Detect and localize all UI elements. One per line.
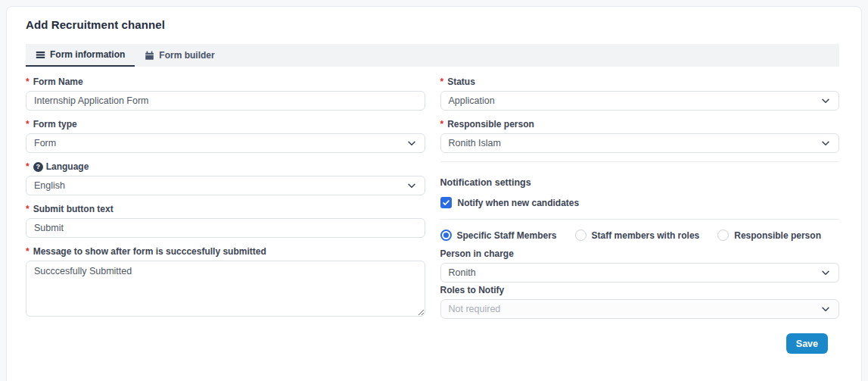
form-name-label: * Form Name xyxy=(26,77,425,87)
form-type-label: * Form type xyxy=(26,119,425,130)
radio-button-icon xyxy=(575,230,586,241)
status-select[interactable]: Application xyxy=(440,91,840,111)
required-asterisk: * xyxy=(26,119,30,130)
required-asterisk: * xyxy=(440,119,444,130)
required-asterisk: * xyxy=(440,77,444,87)
divider xyxy=(440,219,840,220)
success-message-textarea[interactable]: Succcesfully Submitted xyxy=(26,261,425,317)
person-in-charge-select[interactable]: Ronith xyxy=(440,263,840,283)
selected-value: Application xyxy=(449,95,495,106)
language-select[interactable]: English xyxy=(26,176,425,195)
calendar-icon xyxy=(145,51,154,61)
chevron-down-icon xyxy=(406,180,417,191)
form-type-select[interactable]: Form xyxy=(26,133,425,153)
required-asterisk: * xyxy=(26,161,30,172)
responsible-person-select[interactable]: Ronith Islam xyxy=(440,133,840,153)
notify-checkbox-label: Notify when new candidates xyxy=(458,198,580,208)
form-grid: * Form Name * Form type Form xyxy=(26,77,839,354)
tab-label: Form builder xyxy=(159,50,214,61)
divider xyxy=(440,161,840,162)
placeholder-value: Not required xyxy=(449,304,501,314)
tab-label: Form information xyxy=(50,49,125,60)
submit-button-text-field: * Submit button text xyxy=(26,204,425,238)
notify-target-radio-group: Specific Staff Members Staff members wit… xyxy=(440,230,840,241)
radio-staff-members-with-roles[interactable]: Staff members with roles xyxy=(575,230,700,241)
form-type-field: * Form type Form xyxy=(26,119,425,153)
radio-button-icon xyxy=(717,230,729,241)
help-icon[interactable]: ? xyxy=(33,162,43,172)
person-in-charge-label: Person in charge xyxy=(440,248,840,259)
roles-to-notify-label: Roles to Notify xyxy=(440,285,840,295)
chevron-down-icon xyxy=(406,138,417,148)
status-field: * Status Application xyxy=(440,77,840,111)
roles-to-notify-select[interactable]: Not required xyxy=(440,299,840,319)
selected-value: Ronith Islam xyxy=(449,138,501,148)
required-asterisk: * xyxy=(26,204,30,214)
language-field: * ? Language English xyxy=(26,161,425,195)
add-recruitment-channel-panel: Add Recruitment channel Form information… xyxy=(6,6,862,381)
chevron-down-icon xyxy=(820,304,831,314)
selected-value: Ronith xyxy=(449,267,476,278)
submit-button-text-input[interactable] xyxy=(26,218,425,238)
success-message-label: * Message to show after form is succcesf… xyxy=(26,246,425,257)
chevron-down-icon xyxy=(820,267,831,278)
right-column: * Status Application * Responsible perso… xyxy=(440,77,840,354)
selected-value: English xyxy=(34,180,65,191)
chevron-down-icon xyxy=(820,138,831,148)
list-icon xyxy=(36,50,45,60)
required-asterisk: * xyxy=(26,246,30,257)
person-in-charge-field: Person in charge Ronith xyxy=(440,248,840,283)
tab-form-information[interactable]: Form information xyxy=(26,44,135,67)
responsible-person-field: * Responsible person Ronith Islam xyxy=(440,119,840,153)
roles-to-notify-field: Roles to Notify Not required xyxy=(440,285,840,319)
save-button[interactable]: Save xyxy=(786,333,828,354)
tab-form-builder[interactable]: Form builder xyxy=(135,44,224,67)
selected-value: Form xyxy=(34,138,56,148)
left-column: * Form Name * Form type Form xyxy=(26,77,425,354)
submit-button-text-label: * Submit button text xyxy=(26,204,425,214)
page-title: Add Recruitment channel xyxy=(26,18,839,31)
notification-settings-heading: Notification settings xyxy=(440,177,840,188)
save-row: Save xyxy=(440,333,840,354)
chevron-down-icon xyxy=(820,95,831,106)
radio-specific-staff-members[interactable]: Specific Staff Members xyxy=(440,230,557,241)
radio-responsible-person[interactable]: Responsible person xyxy=(717,230,821,241)
radio-button-icon xyxy=(440,230,452,241)
tab-bar: Form information Form builder xyxy=(26,44,839,67)
form-name-input[interactable] xyxy=(26,91,425,111)
notify-checkbox[interactable] xyxy=(440,197,452,208)
language-label: * ? Language xyxy=(26,161,425,172)
notify-checkbox-row: Notify when new candidates xyxy=(440,197,840,208)
status-label: * Status xyxy=(440,77,840,87)
form-name-field: * Form Name xyxy=(26,77,425,111)
success-message-field: * Message to show after form is succcesf… xyxy=(26,246,425,320)
required-asterisk: * xyxy=(26,77,30,87)
responsible-person-label: * Responsible person xyxy=(440,119,840,130)
